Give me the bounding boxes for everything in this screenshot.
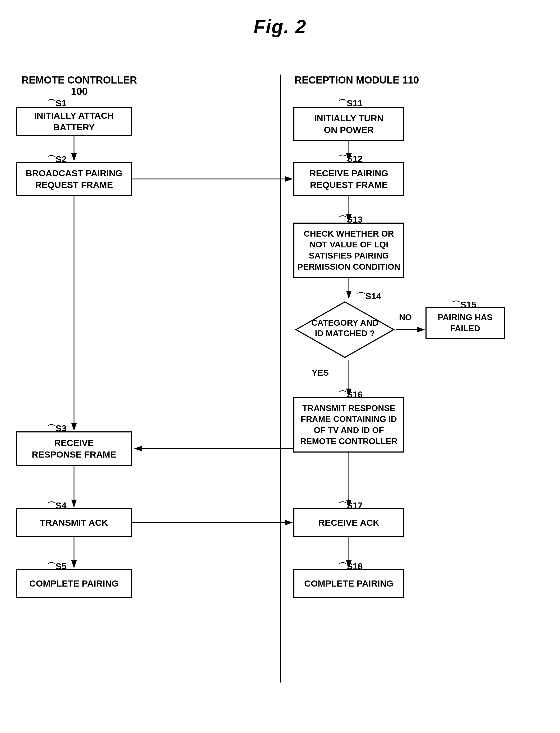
svg-text:CATEGORY AND: CATEGORY AND <box>311 318 378 328</box>
box-s13: CHECK WHETHER ORNOT VALUE OF LQISATISFIE… <box>293 223 404 278</box>
box-s12: RECEIVE PAIRINGREQUEST FRAME <box>293 162 404 196</box>
box-s5: COMPLETE PAIRING <box>16 569 132 598</box>
page-title: Fig. 2 <box>0 0 560 48</box>
box-s11: INITIALLY TURNON POWER <box>293 107 404 141</box>
svg-text:ID MATCHED ?: ID MATCHED ? <box>315 329 375 338</box>
box-s3: RECEIVERESPONSE FRAME <box>16 431 132 466</box>
diamond-s14: CATEGORY AND ID MATCHED ? <box>293 299 396 360</box>
box-s16: TRANSMIT RESPONSEFRAME CONTAINING IDOF T… <box>293 397 404 453</box>
right-column-header: RECEPTION MODULE 110 <box>288 75 425 86</box>
diagram: REMOTE CONTROLLER 100 RECEPTION MODULE 1… <box>0 48 560 722</box>
left-column-header: REMOTE CONTROLLER 100 <box>16 75 143 97</box>
yes-label: YES <box>312 368 329 378</box>
box-s18: COMPLETE PAIRING <box>293 569 404 598</box>
box-s2: BROADCAST PAIRINGREQUEST FRAME <box>16 162 132 196</box>
box-s15: PAIRING HASFAILED <box>425 307 505 339</box>
box-s1: INITIALLY ATTACH BATTERY <box>16 107 132 136</box>
no-label: NO <box>399 312 412 322</box>
box-s17: RECEIVE ACK <box>293 508 404 537</box>
column-divider <box>280 75 281 683</box>
box-s4: TRANSMIT ACK <box>16 508 132 537</box>
